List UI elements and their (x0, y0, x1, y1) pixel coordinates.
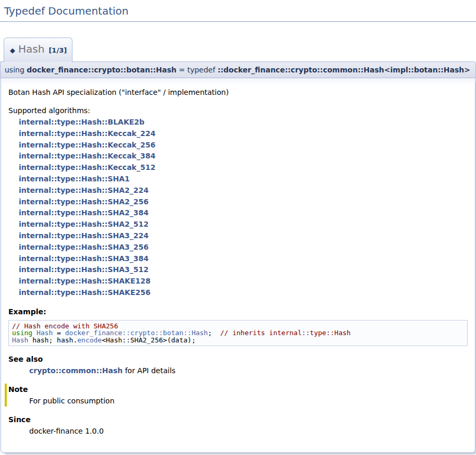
algorithm-link[interactable]: internal::type::Hash::SHA3_512 (19, 264, 468, 276)
algorithm-link[interactable]: internal::type::Hash::Keccak_256 (19, 140, 468, 151)
page-title: Typedef Documentation (0, 0, 476, 22)
algorithms-label: Supported algorithms: (8, 106, 468, 116)
algorithm-link[interactable]: internal::type::Hash::SHA3_384 (19, 253, 468, 265)
since-label: Since (8, 415, 468, 424)
algorithm-link[interactable]: internal::type::Hash::SHA3_256 (19, 242, 468, 253)
note-content: For public consumption (29, 396, 468, 405)
algorithm-link[interactable]: internal::type::Hash::SHA2_512 (19, 219, 468, 230)
code-block: // Hash encode with SHA256 using Hash = … (8, 320, 468, 346)
member-doc: Botan Hash API specialization ("interfac… (1, 78, 475, 453)
declaration-middle: = typedef (177, 66, 218, 74)
declaration-target-link[interactable]: ::docker_finance::crypto::common::Hash<i… (217, 66, 470, 74)
note-label: Note (8, 385, 468, 394)
see-also-section: See also crypto::common::Hash for API de… (8, 354, 468, 375)
note-section: Note For public consumption (5, 384, 468, 407)
algorithm-link[interactable]: internal::type::Hash::SHA3_224 (19, 230, 468, 242)
algorithm-link[interactable]: internal::type::Hash::Keccak_512 (19, 162, 468, 174)
code-comment: // inherits internal::type::Hash (220, 329, 350, 337)
example-label: Example: (8, 307, 468, 317)
code-hash-link[interactable]: Hash (12, 336, 28, 344)
page: Typedef Documentation ◆Hash[1/3] using d… (0, 0, 476, 453)
see-also-link[interactable]: crypto::common::Hash (29, 366, 123, 375)
code-line: Hash hash; hash.encode<Hash::SHA2_256>(d… (12, 337, 464, 343)
member-item: ◆Hash[1/3] using docker_finance::crypto:… (0, 38, 476, 453)
member-overload-badge: [1/3] (48, 46, 67, 54)
code-line: // Hash encode with SHA256 (12, 323, 464, 329)
see-also-text: for API details (123, 366, 175, 375)
algorithm-link[interactable]: internal::type::Hash::BLAKE2b (19, 117, 468, 128)
code-line: using Hash = docker_finance::crypto::bot… (12, 329, 464, 336)
member-tab: ◆Hash[1/3] (4, 38, 72, 62)
member-declaration: using docker_finance::crypto::botan::Has… (0, 62, 476, 78)
algorithm-link[interactable]: internal::type::Hash::SHA2_384 (19, 207, 468, 219)
code-plain: hash; hash. (28, 336, 77, 344)
see-also-content: crypto::common::Hash for API details (29, 366, 468, 375)
summary-paragraph: Botan Hash API specialization ("interfac… (8, 88, 468, 97)
algorithm-link[interactable]: internal::type::Hash::SHA2_224 (19, 185, 468, 196)
algorithm-link[interactable]: internal::type::Hash::Keccak_224 (19, 128, 468, 140)
algorithm-link[interactable]: internal::type::Hash::SHA1 (19, 174, 468, 185)
code-plain: <Hash::SHA2_256>(data); (102, 336, 196, 344)
code-plain: ; (208, 329, 220, 337)
since-section: Since docker-finance 1.0.0 (8, 415, 468, 436)
see-also-label: See also (8, 354, 468, 364)
algorithm-link[interactable]: internal::type::Hash::SHAKE256 (19, 287, 468, 299)
permalink-diamond-icon[interactable]: ◆ (10, 46, 15, 54)
member-tab-name: Hash (18, 43, 44, 55)
code-encode-link[interactable]: encode (77, 336, 102, 344)
algorithm-link[interactable]: internal::type::Hash::SHA2_256 (19, 196, 468, 208)
declaration-prefix: using (5, 66, 27, 74)
algorithms-list: internal::type::Hash::BLAKE2b internal::… (19, 117, 468, 299)
algorithm-link[interactable]: internal::type::Hash::SHAKE128 (19, 276, 468, 287)
declaration-alias-link[interactable]: docker_finance::crypto::botan::Hash (27, 66, 176, 74)
algorithm-link[interactable]: internal::type::Hash::Keccak_384 (19, 151, 468, 162)
since-content: docker-finance 1.0.0 (29, 426, 468, 436)
